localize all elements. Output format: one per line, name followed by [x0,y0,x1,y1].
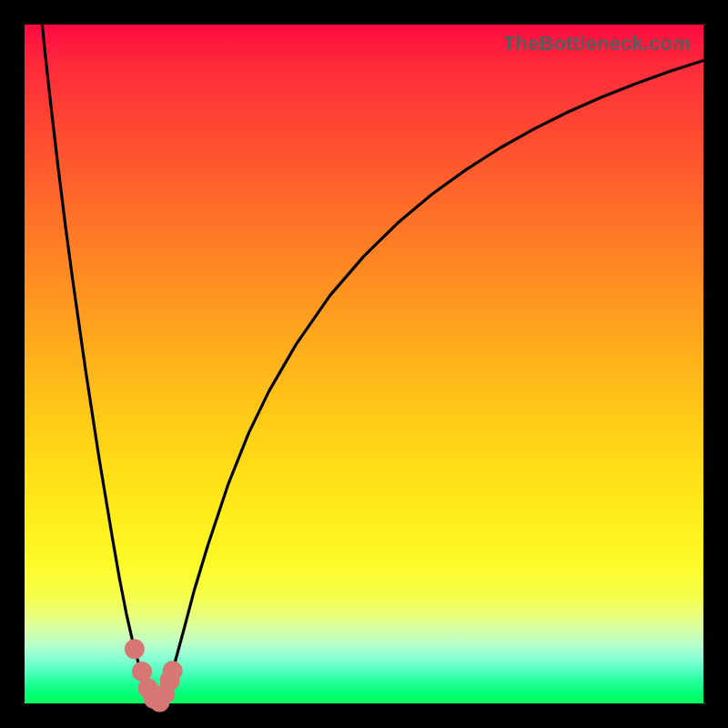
marker-point [125,639,145,659]
chart-frame: TheBottleneck.com [0,0,728,728]
bottleneck-curve [25,0,703,703]
chart-svg [25,25,703,703]
plot-area: TheBottleneck.com [25,25,703,703]
marker-group [125,639,183,712]
marker-point [163,661,183,681]
